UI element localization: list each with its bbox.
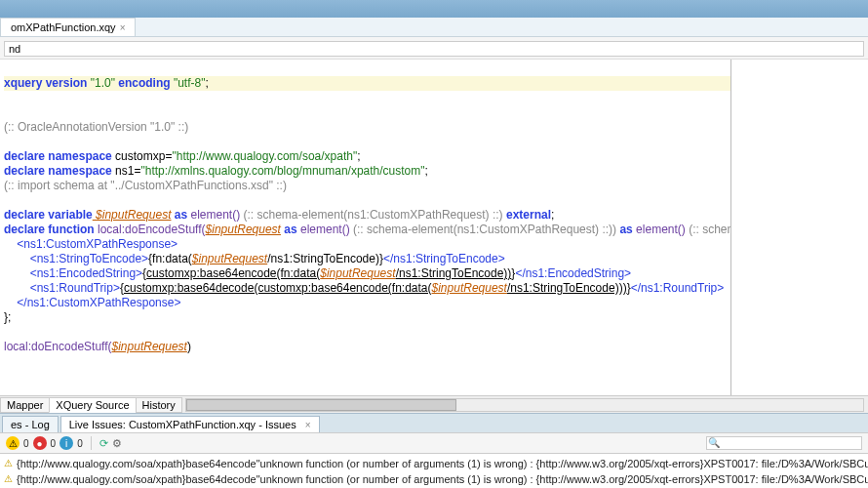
code-editor[interactable]: xquery version "1.0" encoding "utf-8"; (…	[0, 60, 731, 395]
t: </ns1:CustomXPathResponse>	[4, 296, 180, 309]
issues-toolbar: ⚠0 ●0 i0 ⟳ ⚙ 🔍	[0, 432, 868, 454]
close-icon[interactable]: ×	[305, 420, 311, 430]
issues-tab-row: es - Log Live Issues: CustomXPathFunctio…	[0, 413, 868, 432]
issue-text: {http://www.qualogy.com/soa/xpath}base64…	[17, 456, 868, 471]
tab-live-issues-label: Live Issues: CustomXPathFunction.xqy - I…	[69, 419, 296, 430]
t: </ns1:RoundTrip>	[631, 281, 725, 295]
t: ;	[205, 76, 208, 90]
search-icon: 🔍	[708, 437, 720, 448]
tab-messages-log[interactable]: es - Log	[2, 416, 59, 432]
t: (:: OracleAnnotationVersion "1.0" ::)	[4, 120, 188, 134]
t: <ns1:RoundTrip>	[4, 281, 120, 295]
t: external	[506, 208, 551, 222]
tab-live-issues[interactable]: Live Issues: CustomXPathFunction.xqy - I…	[60, 416, 320, 432]
t: "http://xmlns.qualogy.com/blog/mnuman/xp…	[140, 164, 424, 178]
t: {fn:data(	[148, 252, 192, 265]
t: "1.0"	[91, 76, 115, 90]
separator	[91, 436, 92, 450]
t: declare function	[4, 223, 95, 236]
t: </ns1:EncodedString>	[515, 266, 631, 280]
t: ;	[357, 149, 360, 163]
t: };	[4, 310, 11, 324]
t: $inputRequest	[206, 223, 281, 236]
issue-text: {http://www.qualogy.com/soa/xpath}base64…	[17, 471, 868, 487]
t: /ns1:StringToEncode)))	[507, 281, 627, 295]
issue-row[interactable]: ⚠{http://www.qualogy.com/soa/xpath}base6…	[4, 471, 864, 487]
t: $inputRequest	[192, 252, 267, 265]
warning-icon: ⚠	[4, 471, 13, 487]
t: element()	[190, 208, 240, 222]
window-titlebar	[0, 0, 868, 18]
t: (:: import schema at "../CustomXPathFunc…	[4, 179, 287, 192]
info-count: 0	[77, 438, 83, 449]
t: customxp:base64decode(customxp:base64enc…	[124, 281, 432, 295]
t: ns1=	[112, 164, 141, 178]
editor-search-bar	[0, 37, 868, 60]
t: as	[281, 223, 300, 236]
t: $inputRequest	[432, 281, 507, 295]
tab-mapper[interactable]: Mapper	[0, 397, 50, 413]
file-tab-label: omXPathFunction.xqy	[11, 21, 116, 33]
t: /ns1:StringToEncode))	[396, 266, 512, 280]
t: xquery version	[4, 76, 91, 90]
t: as	[171, 208, 190, 222]
filter-box: 🔍	[706, 436, 862, 450]
file-tab[interactable]: omXPathFunction.xqy ×	[0, 18, 136, 36]
t: ;	[551, 208, 554, 222]
t: as	[619, 223, 632, 236]
t: <ns1:CustomXPathResponse>	[4, 237, 178, 251]
error-count: 0	[51, 438, 57, 449]
tab-xquery-source[interactable]: XQuery Source	[49, 397, 136, 413]
t: local:doEncodeStuff(	[95, 223, 206, 236]
issue-row[interactable]: ⚠{http://www.qualogy.com/soa/xpath}base6…	[4, 456, 864, 471]
t: /ns1:StringToEncode)}	[267, 252, 383, 265]
refresh-icon[interactable]: ⟳	[99, 437, 108, 450]
t: ;	[425, 164, 428, 178]
t: "http://www.qualogy.com/soa/xpath"	[172, 149, 357, 163]
warning-count: 0	[23, 438, 29, 449]
info-icon[interactable]: i	[59, 436, 73, 450]
t: </ns1:StringToEncode>	[383, 252, 505, 265]
editor-bottom-tabs: Mapper XQuery Source History	[0, 395, 868, 413]
search-input[interactable]	[4, 41, 864, 57]
filter-input[interactable]	[706, 436, 862, 450]
t: (:: schema-element(ns1:CustomXPathReques…	[350, 223, 620, 236]
warning-icon: ⚠	[4, 456, 13, 471]
t: $inputRequest	[112, 340, 187, 353]
t: $inputRequest	[320, 266, 395, 280]
t: (:: schema-element(ns1:	[689, 223, 731, 236]
t: customxp=	[112, 149, 173, 163]
issues-list: ⚠{http://www.qualogy.com/soa/xpath}base6…	[0, 454, 868, 488]
t: "utf-8"	[174, 76, 206, 90]
t: element()	[633, 223, 689, 236]
t: (:: schema-element(ns1:CustomXPathReques…	[240, 208, 506, 222]
t: <ns1:EncodedString>	[4, 266, 142, 280]
t: declare variable	[4, 208, 93, 222]
t: )	[187, 340, 191, 353]
t: declare namespace	[4, 164, 112, 178]
tab-history[interactable]: History	[136, 397, 182, 413]
t: local:doEncodeStuff(	[4, 340, 112, 353]
horizontal-scrollbar[interactable]	[185, 398, 864, 412]
error-icon[interactable]: ●	[33, 436, 47, 450]
t: declare namespace	[4, 149, 112, 163]
close-icon[interactable]: ×	[120, 22, 126, 33]
t: <ns1:StringToEncode>	[4, 252, 148, 265]
editor-tab-row: omXPathFunction.xqy ×	[0, 18, 868, 37]
t: customxp:base64encode(fn:data(	[146, 266, 320, 280]
gear-icon[interactable]: ⚙	[112, 437, 122, 450]
t: $inputRequest	[93, 208, 172, 222]
warning-icon[interactable]: ⚠	[6, 436, 20, 450]
t: encoding	[115, 76, 174, 90]
t: element()	[300, 223, 350, 236]
scroll-thumb[interactable]	[186, 399, 457, 411]
